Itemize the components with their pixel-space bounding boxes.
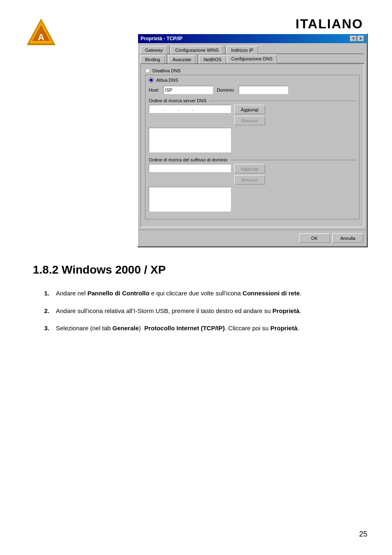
tab-gateway[interactable]: Gateway (141, 46, 167, 54)
top-section: A ITALIANO Proprietà - TCP/IP ? × (25, 16, 367, 247)
dns-server-section-label: Ordine di ricerca server DNS (149, 98, 356, 103)
dns-server-list[interactable] (149, 128, 231, 152)
dialog-content: Gateway Configurazione WINS Indirizzo IP (138, 43, 367, 230)
tab-separator-1 (169, 46, 170, 53)
titlebar-buttons: ? × (350, 36, 364, 41)
dns-server-input-row: . . . Aggiungi Rimu (149, 105, 356, 125)
disable-dns-label: Disattiva DNS (152, 68, 180, 73)
host-dominio-row: Host: Dominio: (149, 86, 356, 94)
tab-separator-3 (166, 55, 167, 62)
tab-binding[interactable]: Binding (141, 55, 165, 63)
dns-ip-seg3[interactable] (180, 106, 191, 111)
rimuovi-dns-button[interactable]: Rimuovi (234, 116, 265, 125)
instruction-item-1: 1. Andare nel Pannello di Controllo e qu… (33, 289, 359, 298)
list-number-2: 2. (33, 306, 49, 316)
instruction-item-2: 2. Andare sull’icona relativa all’I-Stor… (33, 306, 359, 316)
close-button[interactable]: × (357, 36, 364, 41)
domain-suffix-input[interactable] (149, 164, 231, 172)
tab-netbios[interactable]: NetBIOS (199, 55, 226, 63)
enable-dns-radio[interactable] (149, 78, 154, 83)
language-label: ITALIANO (295, 16, 363, 32)
dominio-label: Dominio: (217, 88, 235, 92)
instruction-item-3: 3. Selezionare (nel tab Generale) Protoc… (33, 324, 359, 333)
ok-button[interactable]: OK (299, 233, 330, 243)
cancel-button[interactable]: Annulla (332, 233, 363, 243)
aggiungi-dns-button[interactable]: Aggiungi (234, 105, 265, 114)
tab-separator-4 (197, 55, 198, 62)
list-text-2: Andare sull’icona relativa all’I-Storm U… (56, 306, 359, 316)
logo-icon: A (25, 16, 58, 49)
domain-suffix-list[interactable] (149, 187, 231, 212)
enable-dns-radio-item: Attiva DNS (149, 78, 356, 83)
dns-ip-seg1[interactable] (151, 106, 162, 111)
dns-ip-seg4[interactable] (194, 106, 205, 111)
tab-conf-dns[interactable]: Configurazione DNS (227, 55, 277, 63)
dialog-footer: OK Annulla (138, 230, 367, 246)
host-input[interactable] (164, 86, 213, 94)
section-heading: 1.8.2 Windows 2000 / XP (33, 263, 359, 276)
disable-dns-radio[interactable] (145, 68, 150, 73)
tab-avanzate[interactable]: Avanzate (168, 55, 196, 63)
host-label: Host: (149, 88, 159, 92)
dialog-titlebar: Proprietà - TCP/IP ? × (138, 34, 367, 43)
page-number: 25 (359, 530, 367, 539)
dns-ip-seg2[interactable] (165, 106, 177, 111)
dns-ip-input[interactable]: . . . (149, 105, 231, 113)
disable-dns-radio-item: Disattiva DNS (145, 68, 360, 73)
list-text-3: Selezionare (nel tab Generale) Protocoll… (56, 324, 359, 333)
dns-server-buttons: Aggiungi Rimuovi (234, 105, 265, 125)
dialog-title: Proprietà - TCP/IP (141, 36, 182, 41)
dns-tab-panel: Disattiva DNS Attiva DNS Host: (141, 64, 364, 227)
instructions-list: 1. Andare nel Pannello di Controllo e qu… (33, 289, 359, 333)
dialog-area: ITALIANO Proprietà - TCP/IP ? × (74, 16, 367, 247)
tab-separator-2 (225, 46, 226, 53)
aggiungi-suffix-button[interactable]: Aggiungi (234, 164, 265, 173)
rimuovi-suffix-button[interactable]: Rimuovi (234, 175, 265, 184)
page-container: A ITALIANO Proprietà - TCP/IP ? × (0, 0, 392, 555)
logo-area: A (25, 16, 74, 51)
active-dns-group: Attiva DNS Host: Dominio: (145, 75, 360, 219)
dns-server-section: Ordine di ricerca server DNS . . (149, 98, 356, 152)
list-text-1: Andare nel Pannello di Controllo e qui c… (56, 289, 359, 298)
tcp-ip-dialog: Proprietà - TCP/IP ? × Gateway (137, 33, 367, 247)
domain-suffix-label: Ordine di ricerca del suffisso di domini… (149, 157, 356, 162)
tab-conf-wins[interactable]: Configurazione WINS (171, 46, 223, 54)
domain-suffix-buttons: Aggiungi Rimuovi (234, 164, 265, 184)
help-button[interactable]: ? (350, 36, 357, 41)
enable-dns-label: Attiva DNS (156, 78, 178, 83)
list-number-3: 3. (33, 324, 49, 333)
svg-text:A: A (38, 32, 44, 42)
list-number-1: 1. (33, 289, 49, 298)
domain-suffix-section: Ordine di ricerca del suffisso di domini… (149, 157, 356, 212)
tabs-row-1: Gateway Configurazione WINS Indirizzo IP (141, 46, 364, 54)
domain-suffix-input-row: Aggiungi Rimuovi (149, 164, 356, 184)
tab-indirizzo-ip[interactable]: Indirizzo IP (226, 46, 258, 54)
main-content: 1.8.2 Windows 2000 / XP 1. Andare nel Pa… (25, 263, 367, 333)
dominio-input[interactable] (239, 86, 288, 94)
tabs-row-2: Binding Avanzate NetBIOS Configurazione … (141, 54, 364, 64)
